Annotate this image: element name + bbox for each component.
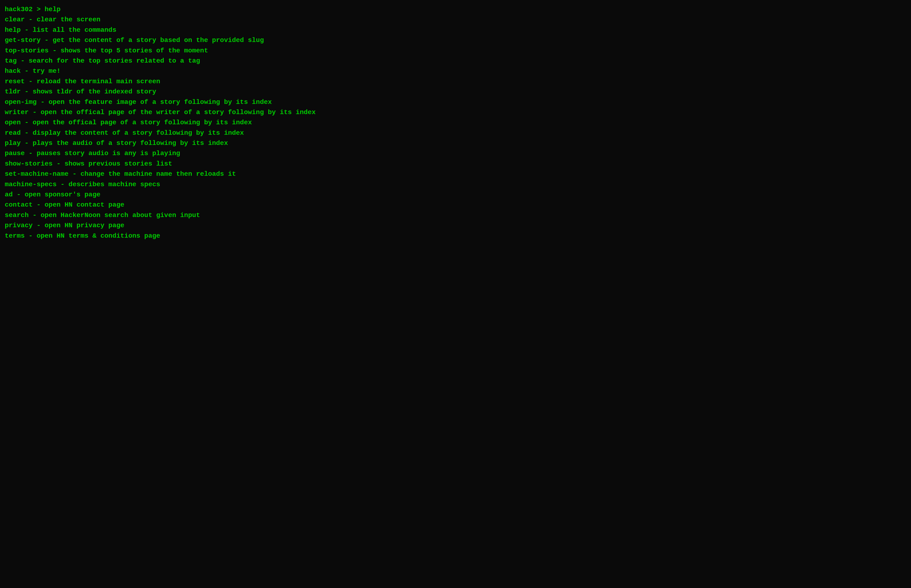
terminal-line: top-stories - shows the top 5 stories of… xyxy=(5,45,906,56)
terminal-line: clear - clear the screen xyxy=(5,15,906,25)
terminal-line: ad - open sponsor's page xyxy=(5,189,906,200)
terminal-line: play - plays the audio of a story follow… xyxy=(5,138,906,148)
terminal-prompt: hack302 > help xyxy=(5,4,906,15)
terminal-line: search - open HackerNoon search about gi… xyxy=(5,210,906,220)
terminal-line: tag - search for the top stories related… xyxy=(5,56,906,66)
terminal-line: machine-specs - describes machine specs xyxy=(5,179,906,189)
terminal-line: tldr - shows tldr of the indexed story xyxy=(5,87,906,97)
terminal-line: hack - try me! xyxy=(5,66,906,76)
terminal-line: set-machine-name - change the machine na… xyxy=(5,169,906,179)
terminal-line: reset - reload the terminal main screen xyxy=(5,76,906,87)
terminal-line: read - display the content of a story fo… xyxy=(5,128,906,138)
terminal-line: writer - open the offical page of the wr… xyxy=(5,107,906,118)
terminal-output: clear - clear the screenhelp - list all … xyxy=(5,15,906,241)
terminal-line: privacy - open HN privacy page xyxy=(5,220,906,231)
terminal-line: get-story - get the content of a story b… xyxy=(5,35,906,45)
terminal-container: hack302 > help clear - clear the screenh… xyxy=(5,4,906,241)
terminal-line: open - open the offical page of a story … xyxy=(5,118,906,128)
terminal-line: pause - pauses story audio is any is pla… xyxy=(5,148,906,158)
terminal-line: help - list all the commands xyxy=(5,25,906,35)
terminal-line: show-stories - shows previous stories li… xyxy=(5,159,906,169)
terminal-line: contact - open HN contact page xyxy=(5,200,906,210)
terminal-line: open-img - open the feature image of a s… xyxy=(5,97,906,107)
terminal-line: terms - open HN terms & conditions page xyxy=(5,231,906,241)
